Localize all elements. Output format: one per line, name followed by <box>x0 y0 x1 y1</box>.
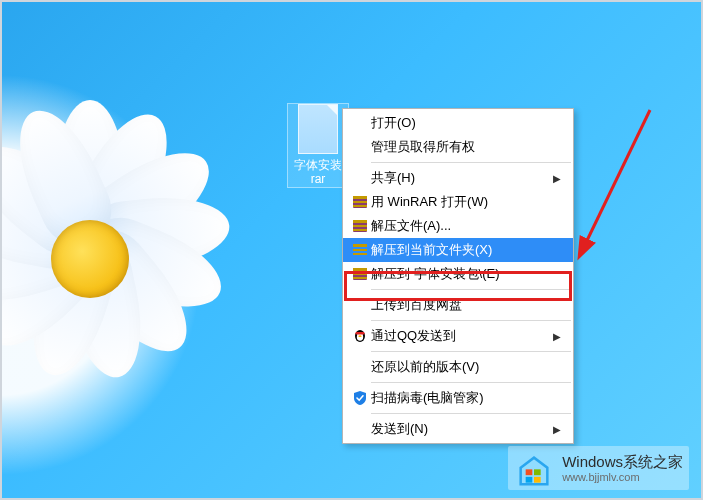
rar-file-icon <box>298 104 338 154</box>
menu-item-label: 管理员取得所有权 <box>371 138 553 156</box>
shield-icon <box>349 390 371 406</box>
watermark: Windows系统之家 www.bjjmlv.com <box>508 446 689 490</box>
menu-item-7[interactable]: 解压到 字体安装包\(E) <box>343 262 573 286</box>
qq-icon <box>349 328 371 344</box>
menu-item-1[interactable]: 管理员取得所有权 <box>343 135 573 159</box>
menu-item-3[interactable]: 共享(H)▶ <box>343 166 573 190</box>
svg-rect-5 <box>353 220 367 223</box>
wallpaper-flower <box>0 110 220 370</box>
menu-item-label: 发送到(N) <box>371 420 553 438</box>
svg-line-22 <box>580 110 650 255</box>
submenu-arrow-icon: ▶ <box>553 331 563 342</box>
menu-item-11[interactable]: 通过QQ发送到▶ <box>343 324 573 348</box>
menu-item-6[interactable]: 解压到当前文件夹(X) <box>343 238 573 262</box>
svg-rect-14 <box>353 273 367 275</box>
menu-separator <box>371 351 571 352</box>
menu-item-label: 解压到当前文件夹(X) <box>371 241 553 259</box>
menu-item-label: 用 WinRAR 打开(W) <box>371 193 553 211</box>
svg-rect-27 <box>534 477 541 483</box>
svg-rect-2 <box>353 201 367 203</box>
file-label-line2: rar <box>288 172 348 186</box>
menu-separator <box>371 382 571 383</box>
file-rar-selected[interactable]: 字体安装 rar <box>288 104 348 187</box>
menu-item-4[interactable]: 用 WinRAR 打开(W) <box>343 190 573 214</box>
menu-item-label: 通过QQ发送到 <box>371 327 553 345</box>
svg-rect-15 <box>353 277 367 279</box>
svg-rect-3 <box>353 205 367 207</box>
submenu-arrow-icon: ▶ <box>553 173 563 184</box>
menu-item-15[interactable]: 扫描病毒(电脑管家) <box>343 386 573 410</box>
svg-rect-7 <box>353 229 367 231</box>
menu-item-label: 解压到 字体安装包\(E) <box>371 265 553 283</box>
menu-item-label: 还原以前的版本(V) <box>371 358 553 376</box>
context-menu: 打开(O)管理员取得所有权共享(H)▶用 WinRAR 打开(W)解压文件(A)… <box>342 108 574 444</box>
file-label-line1: 字体安装 <box>288 158 348 172</box>
svg-rect-24 <box>526 469 533 475</box>
menu-separator <box>371 162 571 163</box>
svg-rect-21 <box>356 332 365 335</box>
watermark-title: Windows系统之家 <box>562 454 683 469</box>
menu-separator <box>371 289 571 290</box>
svg-rect-10 <box>353 249 367 251</box>
rar-icon <box>349 194 371 210</box>
menu-item-label: 上传到百度网盘 <box>371 296 553 314</box>
submenu-arrow-icon: ▶ <box>553 424 563 435</box>
menu-separator <box>371 320 571 321</box>
svg-rect-25 <box>534 469 541 475</box>
menu-item-label: 解压文件(A)... <box>371 217 553 235</box>
desktop[interactable]: 字体安装 rar 打开(O)管理员取得所有权共享(H)▶用 WinRAR 打开(… <box>0 0 703 500</box>
watermark-url: www.bjjmlv.com <box>562 472 683 483</box>
menu-item-17[interactable]: 发送到(N)▶ <box>343 417 573 441</box>
menu-item-label: 扫描病毒(电脑管家) <box>371 389 553 407</box>
svg-rect-13 <box>353 268 367 271</box>
svg-rect-26 <box>526 477 533 483</box>
rar-blue-icon <box>349 242 371 258</box>
svg-rect-9 <box>353 244 367 247</box>
svg-point-20 <box>358 335 361 337</box>
svg-rect-6 <box>353 225 367 227</box>
menu-item-label: 共享(H) <box>371 169 553 187</box>
menu-item-label: 打开(O) <box>371 114 553 132</box>
menu-item-0[interactable]: 打开(O) <box>343 111 573 135</box>
windows-logo-icon <box>514 450 554 486</box>
menu-item-5[interactable]: 解压文件(A)... <box>343 214 573 238</box>
svg-rect-11 <box>353 253 367 255</box>
svg-rect-1 <box>353 196 367 199</box>
menu-separator <box>371 413 571 414</box>
rar-icon <box>349 218 371 234</box>
menu-item-9[interactable]: 上传到百度网盘 <box>343 293 573 317</box>
menu-item-13[interactable]: 还原以前的版本(V) <box>343 355 573 379</box>
rar-icon <box>349 266 371 282</box>
